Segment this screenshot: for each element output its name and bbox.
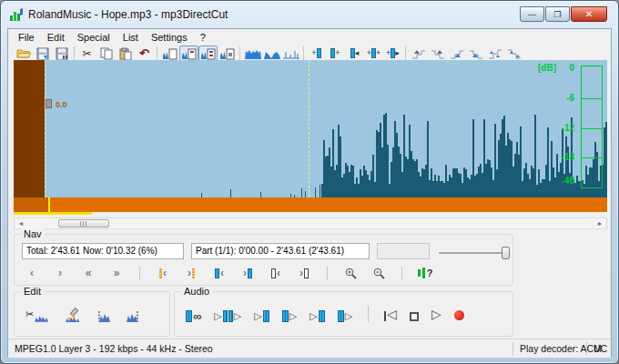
audio-group: Audio ∞ ▷▷ ▷ ▷ ▷ ▷ ◁ ▷ bbox=[174, 291, 513, 337]
cursor-cue-1-icon[interactable]: + bbox=[307, 46, 326, 61]
menu-list[interactable]: List bbox=[117, 31, 145, 44]
window-controls: — ❐ ✕ bbox=[520, 6, 607, 22]
level-meter bbox=[581, 66, 603, 188]
cursor-cue-3-icon[interactable]: ◂ bbox=[345, 46, 364, 61]
db-tick-12: -12 bbox=[551, 123, 574, 133]
level-check-icon[interactable]: ? bbox=[417, 266, 433, 280]
auto-cue-d-icon[interactable] bbox=[218, 46, 237, 61]
audio-group-label: Audio bbox=[181, 286, 212, 297]
nav-separator bbox=[327, 267, 328, 280]
status-format: MPEG1.0 Layer 3 - 192 kbps - 44 kHz - St… bbox=[8, 343, 512, 354]
cursor-cue-5-icon[interactable]: +▸ bbox=[383, 46, 402, 61]
cut-icon[interactable]: ✂ bbox=[77, 46, 96, 61]
fade-4-icon[interactable] bbox=[466, 46, 485, 61]
play-from-cut-in-icon[interactable]: ▷ bbox=[282, 306, 297, 322]
nav-group-label: Nav bbox=[21, 228, 45, 239]
step-back-button[interactable]: ‹ bbox=[24, 266, 40, 280]
minimize-button[interactable]: — bbox=[520, 6, 544, 22]
open-icon[interactable] bbox=[14, 46, 33, 61]
edit-group-label: Edit bbox=[21, 286, 44, 297]
close-button[interactable]: ✕ bbox=[571, 6, 607, 22]
copy-icon[interactable] bbox=[96, 46, 116, 61]
toolbar-separator bbox=[239, 46, 240, 60]
status-flags: UC bbox=[587, 343, 611, 354]
zoom-out-icon[interactable] bbox=[370, 266, 387, 280]
horizontal-scrollbar[interactable]: ◄ ► bbox=[14, 217, 607, 229]
record-icon[interactable] bbox=[454, 306, 464, 322]
play-around-cut-icon[interactable]: ▷▷ bbox=[214, 306, 241, 322]
menu-help[interactable]: ? bbox=[194, 31, 212, 44]
edit-cue-icon[interactable] bbox=[65, 306, 79, 322]
position-bar-selection[interactable] bbox=[14, 197, 49, 212]
audio-separator bbox=[368, 306, 369, 322]
title-bar[interactable]: RolandMusic - Hope.mp3 - mp3DirectCut — … bbox=[1, 1, 618, 28]
menu-settings[interactable]: Settings bbox=[145, 31, 194, 44]
undo-icon[interactable]: ↶ bbox=[135, 46, 154, 61]
fade-5-icon[interactable] bbox=[485, 46, 504, 61]
scrollbar-thumb[interactable] bbox=[58, 219, 109, 228]
cut-selection-icon[interactable]: ✂ bbox=[25, 306, 48, 322]
nav-buttons: ‹ › « » ‹ › ‹ › ‹ › ? bbox=[24, 265, 433, 281]
cue-marker-handle[interactable] bbox=[46, 99, 52, 108]
skip-to-start-icon[interactable]: ◁ bbox=[384, 306, 397, 322]
loop-play-icon[interactable]: ∞ bbox=[186, 306, 201, 322]
zoom-in-icon[interactable] bbox=[342, 266, 359, 280]
waveform-bars bbox=[14, 60, 607, 197]
play-to-cut-in-icon[interactable]: ▷ bbox=[254, 306, 269, 322]
save-icon[interactable] bbox=[33, 46, 52, 61]
paste-icon[interactable] bbox=[116, 46, 135, 61]
wave-low-icon[interactable] bbox=[281, 46, 300, 61]
waveform-display[interactable]: 0.0 [dB] 0 -6 -12 -18 -48 bbox=[14, 60, 607, 197]
speed-slider[interactable] bbox=[439, 247, 510, 259]
slider-thumb[interactable] bbox=[502, 247, 510, 259]
fade-2-icon[interactable] bbox=[428, 46, 447, 61]
menu-special[interactable]: Special bbox=[71, 31, 117, 44]
play-icon[interactable]: ▷ bbox=[431, 306, 441, 322]
total-now-field[interactable]: Total: 2'43.61 Now: 0'10.32 (6%) bbox=[22, 243, 184, 259]
wave-mid-icon[interactable] bbox=[262, 46, 281, 61]
jump-forward-button[interactable]: » bbox=[108, 266, 125, 280]
prev-cue-button[interactable]: ‹ bbox=[155, 266, 171, 280]
step-forward-button[interactable]: › bbox=[52, 266, 68, 280]
toolbar-separator bbox=[405, 46, 406, 60]
trim-left-icon[interactable] bbox=[96, 306, 110, 322]
wave-full-icon[interactable] bbox=[243, 46, 262, 61]
position-bar-cursor[interactable] bbox=[48, 197, 50, 212]
play-from-cut-out-icon[interactable]: ▷ bbox=[338, 306, 352, 322]
cue-marker-label: 0.0 bbox=[56, 100, 67, 109]
next-cue-button[interactable]: › bbox=[183, 266, 199, 280]
part-field[interactable]: Part (1/1): 0'00.00 - 2'43.61 (2'43.61) bbox=[191, 243, 370, 259]
nav-separator bbox=[139, 267, 140, 280]
scroll-left-icon[interactable]: ◄ bbox=[15, 218, 27, 228]
app-icon bbox=[9, 7, 24, 22]
play-to-cut-out-icon[interactable]: ▷ bbox=[310, 306, 324, 322]
toolbar-separator bbox=[303, 46, 304, 60]
meter-gridline bbox=[582, 157, 602, 158]
maximize-button[interactable]: ❐ bbox=[545, 6, 570, 22]
cursor-cue-4-icon[interactable]: ++ bbox=[364, 46, 383, 61]
cursor-cue-2-icon[interactable]: + bbox=[326, 46, 345, 61]
save-selection-icon[interactable] bbox=[52, 46, 71, 61]
trim-right-icon[interactable] bbox=[127, 306, 141, 322]
scroll-right-icon[interactable]: ► bbox=[594, 218, 606, 228]
jump-back-button[interactable]: « bbox=[80, 266, 96, 280]
menu-bar: File Edit Special List Settings ? bbox=[8, 29, 611, 45]
menu-file[interactable]: File bbox=[12, 31, 41, 44]
fade-6-icon[interactable] bbox=[504, 46, 523, 61]
aux-field bbox=[377, 243, 430, 259]
part-end-button[interactable]: › bbox=[239, 266, 256, 280]
frame-back-button[interactable]: ‹ bbox=[268, 266, 284, 280]
db-tick-18: -18 bbox=[551, 152, 574, 162]
frame-forward-button[interactable]: › bbox=[296, 266, 312, 280]
client-area: File Edit Special List Settings ? ✂ bbox=[7, 28, 612, 357]
auto-cue-b-icon[interactable] bbox=[179, 46, 198, 61]
fade-1-icon[interactable] bbox=[409, 46, 428, 61]
auto-cue-c-icon[interactable] bbox=[198, 46, 218, 61]
fade-3-icon[interactable] bbox=[447, 46, 466, 61]
position-bar[interactable] bbox=[14, 197, 607, 212]
auto-cue-a-icon[interactable] bbox=[160, 46, 179, 61]
stop-icon[interactable] bbox=[410, 306, 419, 322]
app-window: RolandMusic - Hope.mp3 - mp3DirectCut — … bbox=[0, 0, 619, 364]
part-start-button[interactable]: ‹ bbox=[211, 266, 228, 280]
menu-edit[interactable]: Edit bbox=[41, 31, 71, 44]
